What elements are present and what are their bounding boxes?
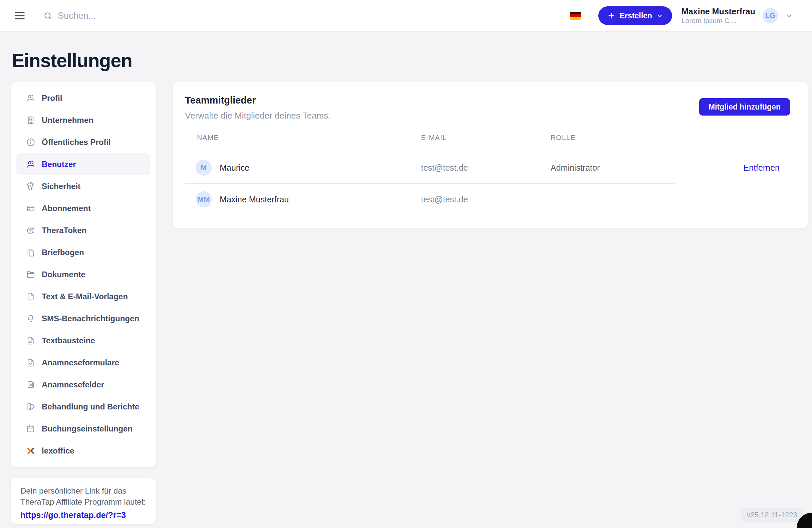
sidebar-item-label: Dokumente — [42, 270, 86, 279]
swatches-icon — [26, 402, 36, 412]
bell-icon — [26, 314, 36, 324]
table-row: MM Maxine Musterfrau test@test.de — [185, 184, 788, 215]
menu-icon[interactable] — [15, 12, 25, 19]
language-flag-german[interactable] — [570, 12, 581, 20]
search-bar — [43, 11, 570, 21]
create-button-label: Erstellen — [620, 11, 652, 20]
column-header-email: E-MAIL — [421, 133, 551, 142]
card-title: Teammitglieder — [185, 95, 331, 106]
lexoffice-logo — [26, 446, 36, 456]
folder-icon — [26, 270, 36, 280]
sidebar-item-behandlung-und-berichte[interactable]: Behandlung und Berichte — [16, 396, 150, 418]
member-email: test@test.de — [421, 163, 551, 173]
sidebar-item-label: Sicherheit — [42, 182, 81, 191]
sidebar-item-label: SMS-Benachrichtigungen — [42, 314, 139, 323]
sidebar-item-label: TheraToken — [42, 226, 86, 235]
sidebar-item-profil[interactable]: Profil — [16, 87, 150, 109]
settings-sidebar: Profil Unternehmen Öffentliches Profil B… — [11, 82, 156, 468]
avatar: MM — [195, 191, 212, 208]
version-badge: v25.12.11-1223 — [741, 508, 803, 522]
user-chevron-down-icon[interactable] — [785, 12, 793, 20]
fingerprint-icon — [26, 181, 36, 191]
file-lines-icon — [26, 336, 36, 346]
sidebar-item-textbausteine[interactable]: Textbausteine — [16, 330, 150, 352]
column-header-name: NAME — [185, 133, 421, 142]
remove-member-link[interactable]: Entfernen — [743, 163, 780, 172]
file-icon — [26, 291, 36, 302]
team-members-table: NAME E-MAIL ROLLE M Maurice test@test.de… — [185, 133, 788, 215]
sidebar-item-text-email-vorlagen[interactable]: Text & E-Mail-Vorlagen — [16, 286, 150, 308]
member-name: Maurice — [220, 163, 249, 173]
table-header-row: NAME E-MAIL ROLLE — [185, 133, 788, 152]
sidebar-item-sicherheit[interactable]: Sicherheit — [16, 175, 150, 197]
token-sparkle-icon — [26, 225, 36, 236]
file-check-icon — [26, 358, 36, 368]
building-icon — [26, 115, 36, 125]
sidebar-item-buchungseinstellungen[interactable]: Buchungseinstellungen — [16, 418, 150, 440]
member-email: test@test.de — [421, 195, 551, 204]
avatar[interactable]: LG — [763, 8, 778, 23]
sidebar-item-label: Öffentliches Profil — [42, 138, 111, 147]
sidebar-item-oeffentliches-profil[interactable]: Öffentliches Profil — [16, 131, 150, 153]
calendar-icon — [26, 424, 36, 434]
user-name: Maxine Musterfrau — [681, 6, 755, 16]
page-title: Einstellungen — [12, 49, 132, 71]
credit-card-icon — [26, 203, 36, 213]
sidebar-item-label: Behandlung und Berichte — [42, 402, 139, 412]
team-members-card: Teammitglieder Verwalte die Mitglieder d… — [173, 82, 808, 229]
sidebar-item-label: Abonnement — [42, 204, 91, 213]
users-icon — [26, 93, 36, 103]
affiliate-card: Dein persönlicher Link für das TheraTap … — [11, 477, 156, 524]
sidebar-item-label: Unternehmen — [42, 116, 93, 125]
card-subtitle: Verwalte die Mitglieder deines Teams. — [185, 111, 331, 121]
sidebar-item-briefbogen[interactable]: Briefbogen — [16, 241, 150, 263]
top-bar: Erstellen Maxine Musterfrau Lorem Ipsum … — [0, 0, 812, 32]
sidebar-item-benutzer[interactable]: Benutzer — [16, 153, 150, 175]
sidebar-item-lexoffice[interactable]: lexoffice — [16, 440, 150, 462]
clipboard-list-icon — [26, 380, 36, 390]
add-member-button[interactable]: Mitglied hinzufügen — [699, 98, 790, 116]
sidebar-item-label: Briefbogen — [42, 248, 84, 257]
sidebar-item-label: Anamneseformulare — [42, 358, 119, 367]
sidebar-item-theratoken[interactable]: TheraToken — [16, 219, 150, 241]
sidebar-item-label: Benutzer — [42, 160, 76, 169]
avatar: M — [195, 160, 212, 176]
member-name: Maxine Musterfrau — [220, 195, 289, 204]
info-circle-icon — [26, 137, 36, 147]
sidebar-item-sms-benachrichtigungen[interactable]: SMS-Benachrichtigungen — [16, 308, 150, 330]
sidebar-item-anamneseformulare[interactable]: Anamneseformulare — [16, 352, 150, 374]
column-header-role: ROLLE — [551, 133, 704, 142]
affiliate-text: Dein persönlicher Link für das TheraTap … — [20, 485, 146, 507]
sidebar-item-anamnesefelder[interactable]: Anamnesefelder — [16, 374, 150, 396]
table-row: M Maurice test@test.de Administrator Ent… — [185, 152, 788, 183]
users-icon — [26, 159, 36, 169]
sidebar-item-label: lexoffice — [42, 446, 74, 456]
sidebar-item-label: Anamnesefelder — [42, 380, 104, 389]
search-icon — [43, 11, 53, 20]
affiliate-link[interactable]: https://go.theratap.de/?r=3 — [20, 510, 126, 520]
sidebar-item-label: Profil — [42, 94, 62, 103]
header-divider — [590, 8, 590, 23]
member-role: Administrator — [551, 163, 704, 173]
chevron-down-icon — [656, 12, 664, 19]
create-button[interactable]: Erstellen — [598, 6, 672, 25]
sidebar-item-unternehmen[interactable]: Unternehmen — [16, 109, 150, 131]
sidebar-item-label: Buchungseinstellungen — [42, 424, 133, 433]
copy-pages-icon — [26, 247, 36, 257]
search-input[interactable] — [58, 11, 258, 21]
plus-icon — [607, 11, 616, 20]
sidebar-item-abonnement[interactable]: Abonnement — [16, 197, 150, 219]
sidebar-item-label: Textbausteine — [42, 336, 95, 345]
user-menu[interactable]: Maxine Musterfrau Lorem Ipsum G… — [681, 6, 755, 25]
sidebar-item-label: Text & E-Mail-Vorlagen — [42, 292, 128, 301]
sidebar-item-dokumente[interactable]: Dokumente — [16, 263, 150, 286]
user-subtitle: Lorem Ipsum G… — [681, 16, 755, 25]
